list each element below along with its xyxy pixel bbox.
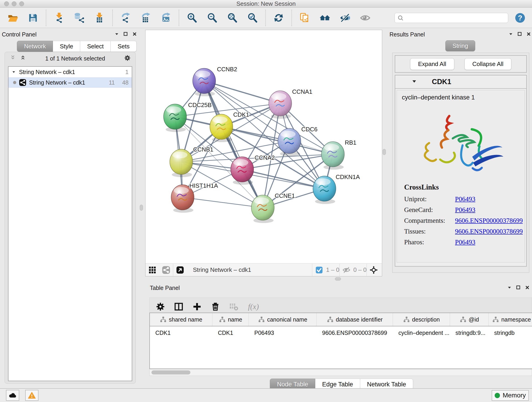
memory-button[interactable]: Memory [492, 390, 529, 401]
column-header-database-identifier[interactable]: database identifier [317, 313, 393, 326]
hidden-eye-icon[interactable] [342, 266, 351, 274]
column-header-name[interactable]: name [212, 313, 249, 326]
tab-sets[interactable]: Sets [111, 41, 137, 52]
zoom-selected-icon[interactable] [247, 12, 259, 24]
node-CCNE1[interactable]: CCNE1 [251, 192, 295, 223]
crosslink-link[interactable]: P06493 [455, 194, 475, 204]
left-splitter-handle[interactable] [140, 205, 143, 211]
crosslink-link[interactable]: P06493 [455, 237, 475, 248]
warning-icon[interactable] [25, 390, 38, 401]
column-header-shared-name[interactable]: shared name [150, 313, 212, 326]
bottom-splitter-handle[interactable] [335, 277, 341, 281]
results-panel: Results Panel String Expand All Collapse… [389, 30, 531, 274]
node-CDC25B[interactable]: CDC25B [164, 102, 212, 132]
collapse-entry-caret-icon[interactable] [412, 79, 417, 85]
node-CCNA1[interactable]: CCNA1 [269, 88, 312, 119]
collapse-panel-icon[interactable] [507, 285, 512, 291]
table-cell: P06493 [249, 326, 317, 339]
table-horizontal-scrollbar[interactable] [149, 369, 532, 376]
import-network-database-icon[interactable] [73, 12, 85, 24]
zoom-out-icon[interactable] [206, 12, 218, 24]
hide-selected-icon[interactable] [339, 12, 351, 24]
crosslink-row: Compartments:9606.ENSP00000378699 [404, 215, 525, 226]
edge-HIST1H1A-CCNE1[interactable] [183, 197, 263, 208]
import-network-file-icon[interactable] [53, 12, 65, 24]
close-panel-icon[interactable] [132, 31, 137, 38]
column-header--id[interactable]: @id [450, 313, 489, 326]
float-panel-icon[interactable] [123, 31, 128, 38]
column-header-canonical-name[interactable]: canonical name [249, 313, 317, 326]
node-CDK1[interactable]: CDK1 [210, 111, 249, 142]
collapse-all-button[interactable]: Collapse All [464, 58, 512, 70]
node-result-body: cyclin–dependent kinase 1 [397, 90, 525, 262]
crosslink-link[interactable]: 9606.ENSP00000378699 [455, 215, 523, 226]
home-view-icon[interactable] [319, 12, 331, 24]
search-field[interactable] [394, 13, 508, 23]
tab-string[interactable]: String [445, 40, 475, 51]
export-image-icon[interactable] [160, 12, 172, 24]
refresh-network-icon[interactable] [273, 12, 285, 24]
tab-style[interactable]: Style [53, 41, 80, 52]
node-CDKN1A[interactable]: CDKN1A [313, 173, 360, 204]
cloud-icon[interactable] [6, 390, 19, 401]
current-network-indicator [13, 81, 16, 84]
open-session-icon[interactable] [7, 12, 19, 24]
grid-view-icon[interactable] [148, 266, 157, 274]
string-style-icon[interactable] [162, 266, 170, 274]
clone-network-icon[interactable] [299, 12, 311, 24]
close-panel-icon[interactable] [525, 285, 530, 291]
collapse-all-networks-icon[interactable] [19, 55, 26, 62]
export-table-icon[interactable] [140, 12, 152, 24]
node-CCNB1[interactable]: CCNB1 [170, 146, 213, 177]
collapse-panel-icon[interactable] [508, 31, 513, 38]
search-input[interactable] [405, 14, 505, 21]
scrollbar-thumb[interactable] [152, 370, 190, 375]
import-table-file-icon[interactable] [94, 12, 105, 24]
birds-eye-view-icon[interactable] [176, 266, 184, 274]
help-button[interactable]: ? [514, 12, 526, 24]
tab-select[interactable]: Select [80, 41, 111, 52]
export-network-icon[interactable] [120, 12, 132, 24]
add-column-icon[interactable] [192, 302, 202, 313]
float-panel-icon[interactable] [517, 31, 522, 38]
node-CCNA2[interactable]: CCNA2 [231, 154, 275, 185]
network-collection-row[interactable]: String Network – cdk1 1 [8, 67, 132, 77]
protein-structure-image [415, 106, 507, 181]
expand-all-button[interactable]: Expand All [410, 58, 454, 70]
node-label-CCNA2: CCNA2 [254, 154, 275, 161]
column-header-description[interactable]: description [393, 313, 450, 326]
network-graph[interactable]: CCNB2CCNA1CDC25BCDK1CDC6RB1CCNB1CCNA2CDK… [146, 30, 382, 263]
node-label-CDC6: CDC6 [301, 126, 317, 133]
expand-all-networks-icon[interactable] [9, 55, 16, 62]
table-row[interactable]: CDK1CDK1P064939606.ENSP00000378699cyclin… [150, 326, 532, 339]
show-columns-icon[interactable] [174, 302, 184, 313]
float-panel-icon[interactable] [516, 285, 521, 291]
network-row-selected[interactable]: String Network – cdk1 11 48 [8, 77, 132, 88]
crosslink-link[interactable]: 9606.ENSP00000378699 [455, 226, 523, 237]
zoom-in-icon[interactable] [186, 12, 198, 24]
table-settings-gear-icon[interactable] [156, 302, 165, 313]
crosslink-link[interactable]: P06493 [455, 204, 475, 215]
selected-checkbox-icon[interactable] [315, 266, 323, 274]
svg-text:?: ? [518, 14, 522, 22]
close-panel-icon[interactable] [526, 31, 531, 38]
node-RB1[interactable]: RB1 [322, 139, 356, 170]
node-result-header[interactable]: CDK1 [395, 75, 526, 89]
string-network-badge-icon [19, 79, 26, 86]
show-all-icon[interactable] [359, 12, 371, 24]
node-HIST1H1A[interactable]: HIST1H1A [171, 182, 218, 213]
tree-expand-caret-icon[interactable] [12, 69, 16, 75]
edge-CCNB2-CCNA1[interactable] [204, 81, 280, 103]
right-splitter-handle[interactable] [383, 149, 386, 155]
control-panel-header: Control Panel [2, 30, 137, 39]
table-cell: stringdb [489, 326, 532, 339]
column-header-namespace[interactable]: namespace [489, 313, 532, 326]
collapse-panel-icon[interactable] [114, 31, 119, 38]
save-session-icon[interactable] [27, 12, 39, 24]
tab-network[interactable]: Network [17, 41, 53, 52]
gear-icon[interactable] [124, 55, 131, 62]
node-CCNB2[interactable]: CCNB2 [193, 66, 237, 96]
delete-column-icon[interactable] [210, 302, 220, 313]
fit-content-crosshair-icon[interactable] [370, 266, 378, 274]
zoom-fit-icon[interactable] [226, 12, 238, 24]
